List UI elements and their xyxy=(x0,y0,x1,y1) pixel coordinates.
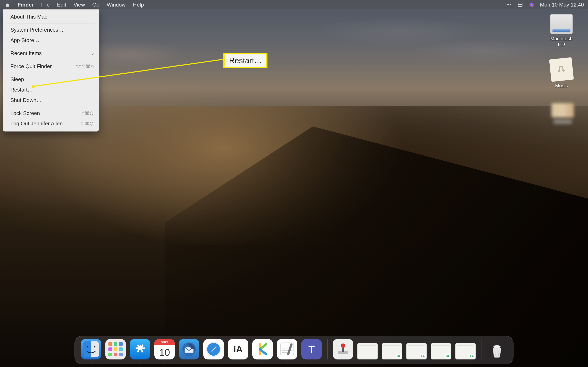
dock-app-textedit[interactable] xyxy=(277,339,297,359)
dock-minimized-window-3[interactable]: iA xyxy=(406,343,427,359)
menu-item-label: Lock Screen xyxy=(10,109,40,117)
dock-separator xyxy=(327,339,328,359)
menu-item-about-this-mac[interactable]: About This Mac xyxy=(3,12,99,22)
mini-badge: iA xyxy=(469,354,475,359)
dock-minimized-window-1[interactable] xyxy=(357,343,378,359)
menubar-item-view[interactable]: View xyxy=(73,2,85,8)
teams-icon: T xyxy=(309,343,315,355)
dock-minimized-window-4[interactable]: iA xyxy=(431,343,451,359)
menu-item-shut-down[interactable]: Shut Down… xyxy=(3,95,99,105)
music-folder-icon xyxy=(549,57,574,82)
joystick-icon xyxy=(336,342,350,356)
dock-trash[interactable] xyxy=(487,339,507,359)
calendar-day-label: 10 xyxy=(154,345,175,359)
running-indicator-dot xyxy=(139,361,141,363)
dock-app-ia-writer[interactable]: iA xyxy=(228,339,248,359)
dock-app-thunderbird[interactable] xyxy=(179,339,199,359)
desktop-icon-blurred[interactable] xyxy=(548,103,577,124)
launchpad-icon xyxy=(108,342,123,356)
dock-app-finder[interactable] xyxy=(81,339,101,359)
running-indicator-dot xyxy=(164,361,165,363)
desktop-icon-macintosh-hd[interactable]: Macintosh HD xyxy=(547,14,576,47)
menu-item-shortcut: ^⌘Q xyxy=(82,110,94,117)
dock-app-launchpad[interactable] xyxy=(105,339,126,359)
menu-item-app-store[interactable]: App Store… xyxy=(3,35,99,45)
dock-minimized-window-2[interactable]: iA xyxy=(382,343,402,359)
svg-rect-3 xyxy=(518,3,522,4)
dock-minimized-window-5[interactable]: iA xyxy=(455,343,476,359)
textedit-icon xyxy=(278,341,296,358)
running-indicator-dot xyxy=(237,361,239,363)
k-app-icon xyxy=(255,342,270,357)
apple-logo-icon xyxy=(5,2,10,7)
status-app-icon[interactable] xyxy=(528,2,535,8)
calendar-month-label: MAY xyxy=(154,339,175,345)
dock-app-k[interactable] xyxy=(252,339,273,359)
annotation-callout: Restart… xyxy=(223,53,268,68)
menubar-item-file[interactable]: File xyxy=(41,2,50,8)
menubar-item-help[interactable]: Help xyxy=(133,2,144,8)
blurred-thumbnail-icon xyxy=(552,103,574,117)
apple-dropdown-menu: About This Mac System Preferences… App S… xyxy=(3,9,99,132)
dock-app-arcade[interactable] xyxy=(333,339,353,359)
dock-app-safari[interactable] xyxy=(203,339,224,359)
svg-rect-4 xyxy=(518,5,522,7)
desktop-icon-label xyxy=(553,119,572,124)
svg-point-2 xyxy=(510,4,511,5)
running-indicator-dot xyxy=(262,361,263,363)
menu-item-recent-items[interactable]: Recent Items › xyxy=(3,48,99,58)
menu-item-label: Restart… xyxy=(10,86,33,94)
dock-separator xyxy=(481,339,481,359)
menu-item-restart[interactable]: Restart… xyxy=(3,85,99,95)
running-indicator-dot xyxy=(90,361,92,363)
menu-item-shortcut: ⇧⌘Q xyxy=(80,120,94,127)
menu-bar: Finder File Edit View Go Window Help Mon… xyxy=(0,0,588,9)
dock-app-appstore[interactable] xyxy=(130,339,150,359)
menubar-clock[interactable]: Mon 10 May 12:40 xyxy=(540,2,584,8)
menu-item-force-quit[interactable]: Force Quit Finder ⌥⇧⌘⎋ xyxy=(3,61,99,72)
menubar-item-go[interactable]: Go xyxy=(92,2,99,8)
menu-item-log-out[interactable]: Log Out Jennifer Allen… ⇧⌘Q xyxy=(3,118,99,129)
svg-point-0 xyxy=(507,4,508,5)
thunderbird-icon xyxy=(181,342,197,357)
menubar-item-edit[interactable]: Edit xyxy=(57,2,66,8)
desktop-icon-label: Macintosh HD xyxy=(547,36,576,47)
menu-item-shortcut: ⌥⇧⌘⎋ xyxy=(75,63,94,70)
mini-badge: iA xyxy=(396,354,401,359)
apple-menu-button[interactable] xyxy=(5,2,10,7)
hdd-icon xyxy=(550,14,573,34)
menu-item-label: App Store… xyxy=(10,36,39,44)
menu-item-label: Recent Items xyxy=(10,49,42,57)
menubar-item-window[interactable]: Window xyxy=(107,2,126,8)
appstore-icon xyxy=(133,342,147,356)
svg-point-20 xyxy=(341,343,345,348)
dock: MAY 10 iA T xyxy=(75,336,513,364)
menu-item-label: System Preferences… xyxy=(10,26,63,34)
menu-item-lock-screen[interactable]: Lock Screen ^⌘Q xyxy=(3,108,99,118)
dock-app-teams[interactable]: T xyxy=(301,339,322,359)
desktop-icon-music[interactable]: Music xyxy=(547,58,576,89)
trash-icon xyxy=(489,341,505,359)
menu-item-system-preferences[interactable]: System Preferences… xyxy=(3,25,99,35)
running-indicator-dot xyxy=(311,361,312,363)
status-overflow-icon[interactable] xyxy=(506,2,512,8)
svg-point-8 xyxy=(94,346,95,348)
svg-point-1 xyxy=(508,4,509,5)
svg-point-7 xyxy=(87,346,88,348)
chevron-right-icon: › xyxy=(92,50,94,57)
desktop-icon-label: Music xyxy=(547,83,576,89)
menubar-app-name[interactable]: Finder xyxy=(17,2,34,8)
annotation-label: Restart… xyxy=(229,56,262,65)
running-indicator-dot xyxy=(189,361,190,363)
dock-app-calendar[interactable]: MAY 10 xyxy=(154,339,175,359)
status-tray-icon[interactable] xyxy=(517,2,523,8)
menu-item-label: Log Out Jennifer Allen… xyxy=(10,120,68,128)
menu-item-label: Shut Down… xyxy=(10,96,42,104)
running-indicator-dot xyxy=(213,361,214,363)
mini-badge: iA xyxy=(445,354,450,359)
running-indicator-dot xyxy=(286,361,288,363)
menu-item-label: About This Mac xyxy=(10,13,47,21)
mini-badge: iA xyxy=(420,354,426,359)
ia-writer-icon: iA xyxy=(233,344,242,354)
safari-icon xyxy=(205,341,222,358)
